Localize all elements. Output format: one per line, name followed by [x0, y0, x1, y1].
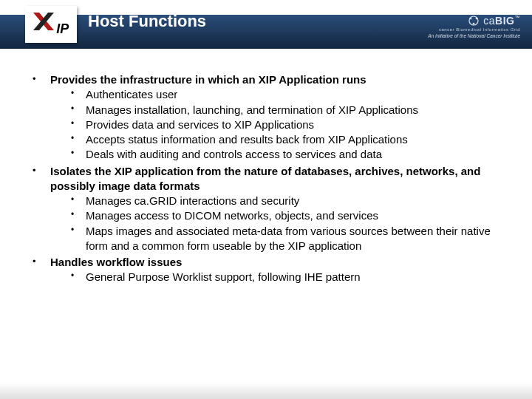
list-item: Isolates the XIP application from the na…	[30, 164, 502, 254]
sub-item: Maps images and associated meta-data fro…	[64, 224, 502, 254]
sub-item: General Purpose Worklist support, follow…	[64, 270, 502, 284]
bullet-lead: Provides the infrastructure in which an …	[50, 73, 366, 86]
svg-point-3	[470, 18, 472, 20]
list-item: Provides the infrastructure in which an …	[30, 72, 502, 163]
bullet-lead: Isolates the XIP application from the na…	[50, 165, 480, 192]
bullet-lead: Handles workflow issues	[50, 256, 182, 268]
sub-list: General Purpose Worklist support, follow…	[64, 270, 502, 284]
brand-main: BIG	[495, 15, 514, 27]
svg-point-4	[476, 18, 478, 20]
sub-item: Provides data and services to XIP Applic…	[64, 117, 502, 132]
svg-point-5	[473, 23, 475, 25]
sub-item: Manages installation, launching, and ter…	[64, 103, 502, 117]
slide-title: Host Functions	[88, 12, 206, 31]
sub-list: Manages ca.GRID interactions and securit…	[64, 194, 502, 253]
sub-item: Authenticates user	[64, 87, 502, 102]
sub-item: Deals with auditing and controls access …	[64, 147, 502, 162]
footer-gradient	[0, 383, 532, 399]
sub-list: Authenticates user Manages installation,…	[64, 87, 502, 162]
list-item: Handles workflow issues General Purpose …	[30, 255, 502, 285]
logo-ip-text: IP	[56, 21, 69, 36]
brand-tm: ™	[515, 15, 521, 20]
slide-header: IP Host Functions caBIG™ cancer Biomedic…	[0, 0, 532, 52]
brand-prefix: ca	[483, 15, 495, 27]
brand-subtitle: cancer Biomedical Informatics Grid	[428, 27, 520, 32]
bullet-list: Provides the infrastructure in which an …	[30, 72, 502, 285]
brand-tagline: An Initiative of the National Cancer Ins…	[428, 33, 520, 38]
brand-block: caBIG™ cancer Biomedical Informatics Gri…	[428, 15, 520, 38]
x-icon	[33, 13, 54, 33]
sub-item: Accepts status information and results b…	[64, 132, 502, 147]
xip-logo: IP	[25, 6, 77, 43]
content-area: Provides the infrastructure in which an …	[30, 72, 502, 287]
brand-logo: caBIG™ cancer Biomedical Informatics Gri…	[428, 15, 520, 32]
sub-item: Manages access to DICOM networks, object…	[64, 208, 502, 223]
sub-item: Manages ca.GRID interactions and securit…	[64, 194, 502, 208]
slide: IP Host Functions caBIG™ cancer Biomedic…	[0, 0, 532, 399]
